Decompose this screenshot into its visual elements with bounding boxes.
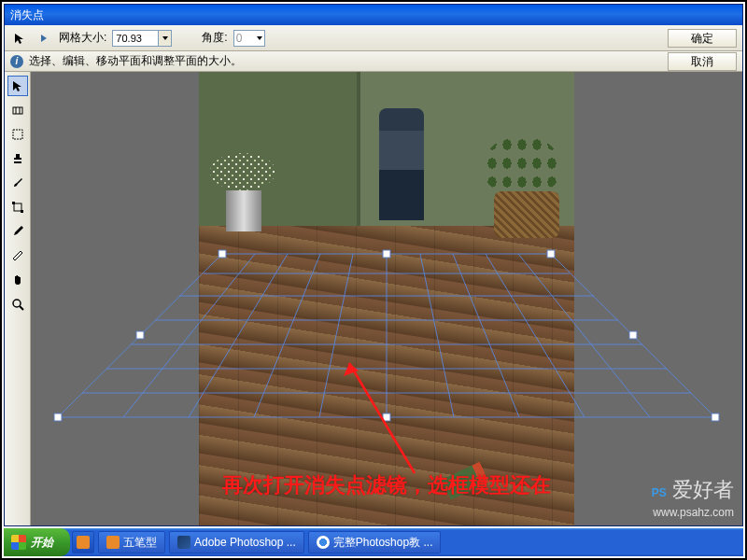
canvas-area[interactable]: 再次打开消失点滤镜，选框模型还在: [31, 72, 742, 525]
svg-rect-31: [136, 331, 144, 339]
info-icon: i: [10, 55, 23, 68]
tool-create-plane[interactable]: [7, 100, 28, 120]
taskbar-item-browser[interactable]: 完整Photoshop教 ...: [308, 531, 442, 553]
tool-eyedropper[interactable]: [7, 221, 28, 242]
window-title: 消失点: [10, 7, 44, 23]
tool-strip: [5, 72, 31, 525]
grid-size-input[interactable]: [112, 30, 159, 47]
angle-label: 角度:: [202, 30, 227, 46]
pointer-icon: [10, 29, 29, 48]
taskbar-item-photoshop[interactable]: Adobe Photoshop ...: [169, 531, 304, 553]
annotation-text: 再次打开消失点滤镜，选框模型还在: [222, 471, 551, 499]
svg-rect-6: [21, 210, 23, 213]
title-bar[interactable]: 消失点: [5, 5, 742, 25]
svg-line-8: [20, 306, 23, 310]
tool-zoom[interactable]: [7, 294, 28, 315]
ie-icon: [317, 536, 330, 549]
svg-rect-25: [54, 413, 62, 421]
svg-rect-27: [712, 413, 719, 421]
tool-hand[interactable]: [7, 270, 28, 290]
tool-marquee[interactable]: [7, 124, 28, 145]
ok-button[interactable]: 确定: [668, 29, 737, 48]
flyout-icon[interactable]: [35, 29, 53, 48]
tool-measure[interactable]: [7, 245, 28, 266]
document-image: [199, 72, 574, 525]
svg-point-7: [13, 300, 21, 307]
grid-size-dropdown[interactable]: [159, 30, 172, 47]
grid-size-label: 网格大小:: [59, 30, 106, 46]
photoshop-icon: [177, 536, 190, 549]
angle-select[interactable]: 0: [233, 30, 265, 47]
windows-logo-icon: [11, 535, 26, 550]
tool-edit-plane[interactable]: [7, 76, 28, 96]
svg-rect-5: [12, 202, 15, 204]
work-area: 再次打开消失点滤镜，选框模型还在: [5, 72, 742, 525]
svg-rect-32: [629, 331, 637, 339]
svg-rect-4: [14, 203, 21, 211]
ime-icon: [77, 536, 90, 549]
svg-rect-0: [13, 107, 22, 114]
hint-text: 选择、编辑、移动平面和调整平面的大小。: [29, 53, 242, 69]
taskbar-item-ime[interactable]: 五笔型: [98, 531, 165, 553]
tool-transform[interactable]: [7, 197, 28, 217]
start-button[interactable]: 开始: [4, 528, 70, 556]
taskbar[interactable]: 开始 五笔型 Adobe Photoshop ... 完整Photoshop教 …: [4, 528, 743, 556]
tool-brush[interactable]: [7, 173, 28, 193]
cancel-button[interactable]: 取消: [668, 52, 737, 71]
quicklaunch-ime[interactable]: [72, 531, 94, 553]
info-bar: i 选择、编辑、移动平面和调整平面的大小。 取消: [5, 51, 742, 72]
app-icon: [106, 536, 120, 549]
svg-rect-3: [13, 130, 22, 139]
tool-stamp[interactable]: [7, 148, 28, 169]
options-bar: 网格大小: 角度: 0 确定: [5, 25, 742, 51]
vanishing-point-window: 消失点 网格大小: 角度: 0 确定 i 选择、编辑、移动平面和调整平面的大小。…: [4, 4, 743, 526]
